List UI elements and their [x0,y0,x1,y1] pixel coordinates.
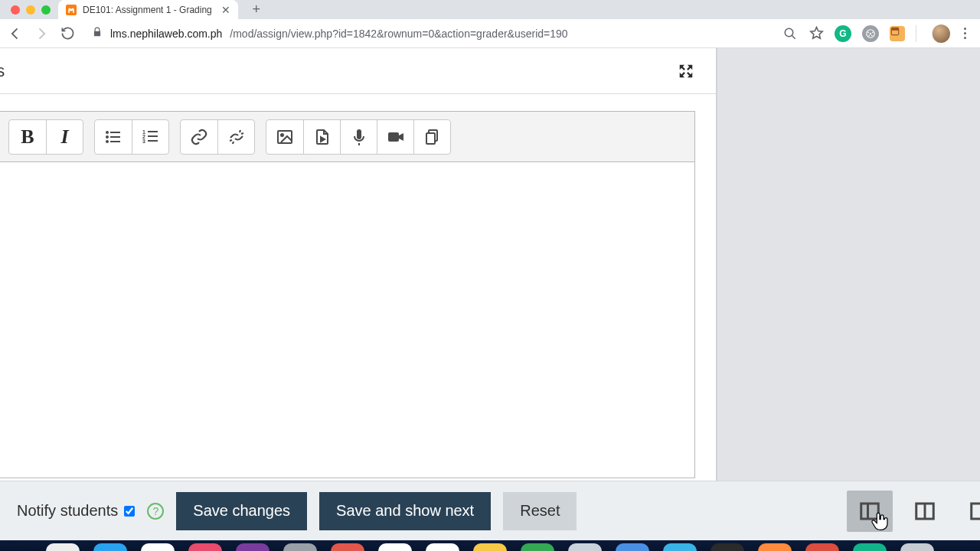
fullscreen-icon[interactable] [678,63,694,80]
svg-point-13 [106,140,109,143]
lock-icon [92,27,103,40]
forward-button[interactable] [32,24,51,43]
svg-rect-25 [426,133,435,144]
help-icon[interactable]: ? [147,503,164,520]
bookmark-star-icon[interactable] [808,26,824,41]
svg-point-0 [785,28,793,37]
grammarly-extension-icon[interactable]: G [835,25,851,42]
tab-title: DE101: Assignment 1 - Grading [83,5,212,15]
save-button[interactable]: Save changes [176,492,307,530]
italic-button[interactable]: I [46,120,83,154]
editor-textarea[interactable] [0,162,694,478]
layout-default-button[interactable] [847,491,893,532]
svg-rect-16 [148,131,158,132]
macos-dock [0,540,980,551]
svg-text:3: 3 [142,139,145,144]
window-controls [6,1,58,19]
new-tab-button[interactable]: + [246,0,267,19]
bold-button[interactable]: B [9,120,46,154]
svg-point-11 [106,135,109,139]
layout-toggle-group [847,491,980,532]
manage-files-button[interactable] [413,120,450,154]
section-title: nments [0,61,5,81]
bullet-list-button[interactable] [95,120,132,154]
svg-rect-12 [110,136,120,138]
grading-main-panel: nments B I 123 [0,48,716,491]
media-file-button[interactable] [303,120,340,154]
editor-toolbar: B I 123 [0,112,694,162]
svg-point-6 [871,34,873,36]
cursor-hand-icon [868,510,891,533]
unlink-button[interactable] [217,120,254,154]
record-audio-button[interactable] [340,120,377,154]
browser-menu-icon[interactable] [961,28,969,39]
browser-tab-strip: DE101: Assignment 1 - Grading ✕ + [0,0,980,19]
image-button[interactable] [266,120,303,154]
section-header: nments [0,48,716,94]
svg-point-4 [872,31,874,33]
svg-rect-30 [972,504,980,519]
svg-point-2 [870,32,871,34]
extension-icon[interactable] [862,25,879,42]
svg-rect-18 [148,135,158,137]
record-video-button[interactable] [377,120,413,154]
window-maximize-icon[interactable] [41,5,51,15]
feedback-editor: B I 123 [0,111,695,478]
svg-rect-21 [278,131,292,143]
save-and-next-button[interactable]: Save and show next [319,492,491,530]
svg-point-22 [281,134,283,136]
reload-button[interactable] [58,24,77,43]
grading-footer: Notify students ? Save changes Save and … [0,481,980,540]
window-close-icon[interactable] [11,5,20,15]
toolbar-icons: G [782,24,974,43]
window-minimize-icon[interactable] [26,5,35,15]
tab-close-icon[interactable]: ✕ [221,4,230,16]
back-button[interactable] [6,24,24,43]
address-bar[interactable]: lms.nephilaweb.com.ph/mod/assign/view.ph… [84,27,775,40]
reset-button[interactable]: Reset [503,492,577,530]
svg-point-9 [106,131,109,134]
notify-label: Notify students [17,502,118,520]
browser-toolbar: lms.nephilaweb.com.ph/mod/assign/view.ph… [0,19,980,48]
layout-right-button[interactable] [957,491,980,532]
grading-side-panel [716,48,980,491]
layout-split-button[interactable] [902,491,948,532]
svg-rect-14 [110,141,120,142]
svg-rect-20 [148,140,158,142]
svg-point-3 [867,31,869,33]
browser-tab-active[interactable]: DE101: Assignment 1 - Grading ✕ [58,0,238,19]
notify-checkbox[interactable] [124,506,135,517]
link-button[interactable] [181,120,217,154]
moodle-favicon-icon [66,5,77,15]
page-content: nments B I 123 [0,48,980,551]
notify-students-toggle[interactable]: Notify students [17,502,135,520]
extension-icon-2[interactable] [890,26,905,41]
url-path: /mod/assign/view.php?id=1842&rownum=0&ac… [230,28,567,40]
svg-rect-8 [891,28,898,31]
svg-rect-10 [110,132,120,133]
url-host: lms.nephilaweb.com.ph [110,28,222,40]
svg-point-5 [868,34,870,36]
profile-avatar[interactable] [932,24,950,43]
numbered-list-button[interactable]: 123 [132,120,168,154]
svg-rect-23 [388,132,399,142]
zoom-icon[interactable] [782,26,798,41]
